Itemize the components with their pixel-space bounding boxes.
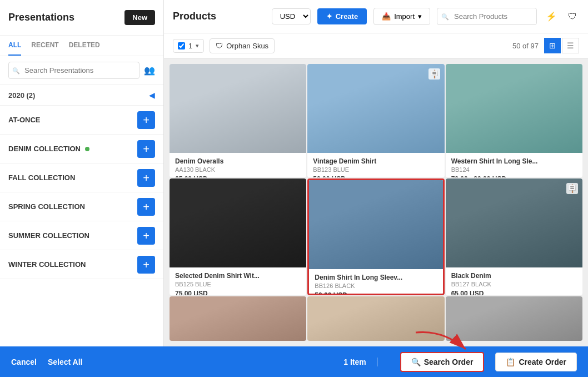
sidebar-item-spring-collection[interactable]: SPRING COLLECTION + xyxy=(0,192,163,221)
product-name: Black Denim xyxy=(451,272,577,280)
checkbox-container: 1 ▾ xyxy=(173,39,204,53)
product-price: 65.00 USD xyxy=(175,175,301,177)
create-order-button[interactable]: 📋 Create Order xyxy=(495,353,577,371)
search-presentations-input[interactable] xyxy=(8,62,139,79)
create-icon: ✦ xyxy=(326,12,332,21)
product-name: Western Shirt In Long Sle... xyxy=(451,157,577,165)
checkbox-dropdown-icon[interactable]: ▾ xyxy=(196,42,199,49)
list-view-button[interactable]: ☰ xyxy=(562,38,579,53)
sidebar-items-list: AT-ONCE + DENIM COLLECTION + FALL COLLEC… xyxy=(0,106,163,346)
section-arrow-icon[interactable]: ◀ xyxy=(149,91,155,100)
product-price: 65.00 USD xyxy=(451,290,577,295)
active-indicator xyxy=(85,147,89,151)
product-name: Denim Overalls xyxy=(175,157,301,165)
product-card-denim-shirt-long-sleeve[interactable]: Denim Shirt In Long Sleev... BB126 BLACK… xyxy=(307,178,444,295)
at-once-label: AT-ONCE xyxy=(8,116,41,124)
product-sku: BB123 BLUE xyxy=(313,166,438,173)
sidebar-item-at-once[interactable]: AT-ONCE + xyxy=(0,106,163,135)
add-fall-collection-button[interactable]: + xyxy=(137,169,155,187)
product-sku: BB127 BLACK xyxy=(451,281,577,287)
product-sku: BB125 BLUE xyxy=(175,281,301,287)
new-button[interactable]: New xyxy=(124,10,155,25)
import-dropdown-icon: ▾ xyxy=(418,12,422,21)
sidebar-item-denim-collection[interactable]: DENIM COLLECTION + xyxy=(0,135,163,163)
add-winter-collection-button[interactable]: + xyxy=(137,256,155,274)
product-card-partial-3[interactable] xyxy=(446,296,582,341)
product-name: Vintage Denim Shirt xyxy=(313,157,438,165)
select-all-button[interactable]: Select All xyxy=(48,358,83,366)
product-price: 50.00 USD xyxy=(315,291,437,295)
add-denim-collection-button[interactable]: + xyxy=(137,140,155,158)
product-price: 70.00 - 80.00 USD xyxy=(451,175,577,177)
sidebar-section-2020: 2020 (2) ◀ xyxy=(0,85,163,106)
search-order-icon: 🔍 xyxy=(411,358,421,366)
winter-collection-label: WINTER COLLECTION xyxy=(8,260,86,269)
card-add-icon: 🪧 xyxy=(428,68,440,80)
orphan-skus-button[interactable]: 🛡 Orphan Skus xyxy=(210,38,275,53)
import-icon: 📥 xyxy=(382,12,391,21)
tab-all[interactable]: ALL xyxy=(8,36,21,56)
create-button[interactable]: ✦ Create xyxy=(317,8,367,24)
product-price: 50.00 USD xyxy=(313,175,438,177)
sidebar-title: Presentations xyxy=(8,12,74,23)
section-title: 2020 (2) xyxy=(8,91,35,100)
select-checkbox[interactable] xyxy=(178,42,185,49)
products-title: Products xyxy=(173,11,216,22)
product-price: 75.00 USD xyxy=(175,290,301,295)
product-card-western-shirt[interactable]: Western Shirt In Long Sle... BB124 70.00… xyxy=(446,64,582,177)
product-sku: BB124 xyxy=(451,166,577,173)
add-at-once-button[interactable]: + xyxy=(137,111,155,129)
spring-collection-label: SPRING COLLECTION xyxy=(8,202,85,211)
sidebar-item-summer-collection[interactable]: SUMMER COLLECTION + xyxy=(0,221,163,250)
sidebar-tabs: ALL RECENT DELETED xyxy=(0,36,163,56)
denim-collection-label: DENIM COLLECTION xyxy=(8,145,89,153)
product-sku: AA130 BLACK xyxy=(175,166,301,173)
product-sku: BB126 BLACK xyxy=(315,282,437,289)
sidebar: Presentations New ALL RECENT DELETED 👥 2… xyxy=(0,0,164,346)
products-area: Products USD EUR ✦ Create 📥 Import ▾ ⚡ 🛡 xyxy=(164,0,588,346)
bottom-bar: Cancel Select All 1 Item 🔍 Search Order … xyxy=(0,346,588,377)
view-toggle: ⊞ ☰ xyxy=(544,38,579,53)
product-card-denim-overalls[interactable]: Denim Overalls AA130 BLACK 65.00 USD 20 … xyxy=(170,64,306,177)
shield-icon-button[interactable]: 🛡 xyxy=(566,9,579,24)
product-card-black-denim[interactable]: 🪧 Black Denim BB127 BLACK 65.00 USD 78 🔒 xyxy=(446,178,582,295)
search-order-button[interactable]: 🔍 Search Order xyxy=(400,352,485,372)
search-icon-wrap xyxy=(8,62,139,79)
import-button[interactable]: 📥 Import ▾ xyxy=(373,8,430,25)
cancel-button[interactable]: Cancel xyxy=(11,358,37,366)
filter-icon-button[interactable]: ⚡ xyxy=(544,9,559,24)
tab-deleted[interactable]: DELETED xyxy=(69,36,100,56)
fall-collection-label: FALL COLLECTION xyxy=(8,173,75,182)
currency-select[interactable]: USD EUR xyxy=(272,8,311,24)
products-header: Products USD EUR ✦ Create 📥 Import ▾ ⚡ 🛡 xyxy=(164,0,588,33)
product-name: Selected Denim Shirt Wit... xyxy=(175,272,301,280)
shield-small-icon: 🛡 xyxy=(216,42,223,50)
product-card-vintage-denim-shirt[interactable]: 🪧 Vintage Denim Shirt BB123 BLUE 50.00 U… xyxy=(307,64,444,177)
add-summer-collection-button[interactable]: + xyxy=(137,227,155,245)
sidebar-search-container: 👥 xyxy=(0,56,163,85)
create-order-icon: 📋 xyxy=(506,358,515,366)
product-card-partial-2[interactable] xyxy=(307,296,444,341)
search-products-input[interactable] xyxy=(437,8,537,25)
sidebar-item-fall-collection[interactable]: FALL COLLECTION + xyxy=(0,163,163,192)
product-name: Denim Shirt In Long Sleev... xyxy=(315,274,437,281)
product-card-selected-denim-shirt[interactable]: Selected Denim Shirt Wit... BB125 BLUE 7… xyxy=(170,178,306,295)
card-add-icon: 🪧 xyxy=(566,183,578,194)
checkbox-count: 1 xyxy=(188,42,192,50)
products-toolbar: 1 ▾ 🛡 Orphan Skus 50 of 97 ⊞ ☰ xyxy=(164,33,588,58)
people-icon: 👥 xyxy=(144,65,155,76)
products-grid: Denim Overalls AA130 BLACK 65.00 USD 20 … xyxy=(164,58,588,346)
product-search-container xyxy=(437,8,537,25)
add-spring-collection-button[interactable]: + xyxy=(137,198,155,216)
item-count: 1 Item xyxy=(343,358,377,366)
summer-collection-label: SUMMER COLLECTION xyxy=(8,231,89,240)
tab-recent[interactable]: RECENT xyxy=(31,36,58,56)
product-card-partial-1[interactable] xyxy=(170,296,306,341)
results-count: 50 of 97 xyxy=(512,42,539,50)
grid-view-button[interactable]: ⊞ xyxy=(544,38,561,53)
sidebar-item-winter-collection[interactable]: WINTER COLLECTION + xyxy=(0,250,163,279)
sidebar-header: Presentations New xyxy=(0,0,163,36)
